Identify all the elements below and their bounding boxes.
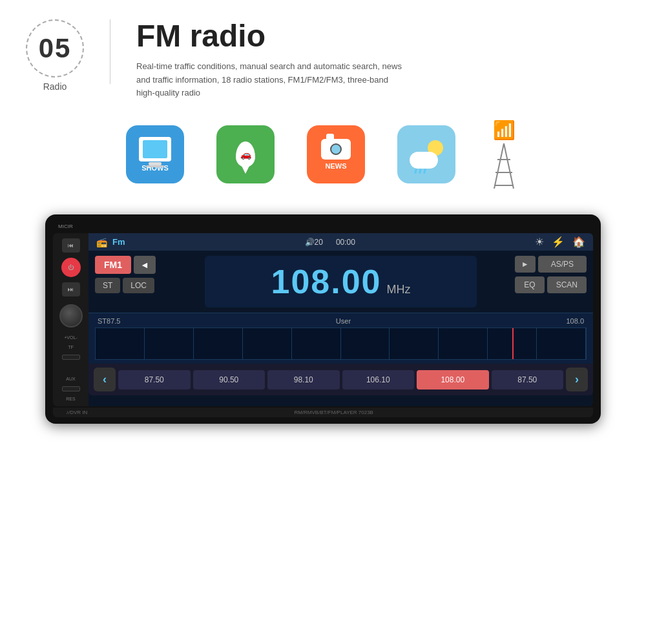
wifi-signal-icon: 📶 [493,119,516,141]
antenna-tower-icon [488,143,520,189]
band-freq-left: 87.5 [107,317,120,325]
tf-slot[interactable] [62,355,80,360]
volume-knob[interactable] [59,304,83,327]
eq-button[interactable]: EQ [515,276,544,293]
station-1[interactable]: 87.50 [118,370,191,390]
tv-base [146,165,164,167]
volume-status: 🔊20 [305,238,323,247]
radio-main-area: FM1 ◄ ST LOC 108.00 MHz [89,251,593,313]
st-button[interactable]: ST [95,278,120,293]
station-5-active[interactable]: 108.00 [417,370,489,390]
station-6[interactable]: 87.50 [492,370,564,390]
station-2[interactable]: 90.50 [193,370,266,390]
band-line-2 [145,328,194,359]
time-status: 00:00 [336,238,355,247]
bluetooth-icon: ⚡ [552,236,565,248]
power-button[interactable]: ⏻ [61,258,81,277]
prev-track-button[interactable]: ⏮ [62,238,80,253]
car-radio-device: MIC IR ⏮ ⏻ ⏭ +VOL- TF AUX RES [45,214,601,424]
top-section: 05 Radio FM radio Real-time traffic cond… [0,0,646,214]
weather-app [397,125,455,183]
dashed-circle: 05 [26,19,84,78]
news-label: NEWS [326,162,347,170]
frequency-band-section: ST 87.5 User 108.0 [89,313,593,364]
news-app: NEWS [307,125,365,183]
status-right: ☀ ⚡ 🏠 [535,236,585,248]
feature-label: Radio [43,81,67,92]
map-pin-icon: 🚗 [236,141,255,167]
band-line-8 [439,328,488,359]
band-line-6 [341,328,390,359]
cloud-icon [410,152,438,169]
next-station-button[interactable]: › [566,368,588,391]
band-line-7 [390,328,439,359]
frequency-unit: MHz [387,283,411,296]
aux-label: AUX [66,377,75,381]
band-bar[interactable] [95,327,587,360]
band-line-3 [194,328,243,359]
scan-button[interactable]: SCAN [547,276,587,293]
left-physical-panel: ⏮ ⏻ ⏭ +VOL- TF AUX RES [53,233,89,406]
antenna-wrapper: 📶 [488,119,520,189]
feature-number: 05 [39,33,72,64]
band-line-1 [96,328,145,359]
res-label: RES [66,397,75,401]
rain-drop-3 [423,168,426,174]
band-labels: ST 87.5 User 108.0 [95,317,587,325]
band-cursor [512,328,514,359]
svg-line-0 [494,143,504,189]
device-bottom-bar: ♪/DVR IN RM/RMVB/BT/FM/PLAYER 7023B [53,408,593,417]
device-body: ⏮ ⏻ ⏭ +VOL- TF AUX RES 📻 Fm [53,233,593,406]
aux-slot[interactable] [62,386,80,391]
tv-screen [143,140,167,158]
band-line-4 [243,328,292,359]
brightness-icon: ☀ [535,236,544,248]
band-line-10 [537,328,586,359]
band-left-label: ST [98,317,107,325]
tv-icon [139,137,171,161]
svg-line-1 [504,143,514,189]
status-center: 🔊20 00:00 [305,238,355,247]
dvr-label: ♪/DVR IN [66,410,87,415]
status-left: 📻 Fm [96,237,125,247]
radio-left-controls: FM1 ◄ ST LOC [95,256,198,307]
station-presets: ‹ 87.50 90.50 98.10 106.10 108.00 87.50 … [89,364,593,395]
fm1-button[interactable]: FM1 [95,256,131,274]
maps-app: 🚗 [216,125,275,183]
radio-right-controls: ► AS/PS EQ SCAN [483,256,587,307]
model-label: RM/RMVB/BT/FM/PLAYER 7023B [294,410,373,415]
right-top-row: ► AS/PS [483,256,587,273]
camera-bump [326,134,334,139]
band-right-label: User [336,317,351,325]
radio-screen: 📻 Fm 🔊20 00:00 ☀ ⚡ 🏠 [89,233,593,406]
tf-label: TF [68,345,74,349]
device-section: MIC IR ⏮ ⏻ ⏭ +VOL- TF AUX RES [0,214,646,424]
loc-button[interactable]: LOC [123,278,154,293]
fm-band-row: FM1 ◄ [95,256,198,274]
status-bar: 📻 Fm 🔊20 00:00 ☀ ⚡ 🏠 [89,233,593,251]
station-4[interactable]: 106.10 [342,370,415,390]
band-line-5 [292,328,341,359]
app-icons-row: SHOWS 🚗 NEWS [26,113,620,202]
as-ps-button[interactable]: AS/PS [538,256,587,273]
feature-title: FM radio [136,19,620,54]
mic-label: MIC [58,223,68,229]
device-header-row: MIC IR [53,222,593,231]
prev-station-button[interactable]: ‹ [94,368,116,391]
station-3[interactable]: 98.10 [267,370,340,390]
rain-drop-1 [414,168,417,174]
feature-description: Real-time traffic conditions, manual sea… [136,60,408,100]
news-icon: NEWS [307,125,365,183]
next-track-button[interactable]: ⏭ [62,282,80,296]
shows-app: SHOWS [126,125,184,183]
feature-divider [110,19,110,84]
ir-label: IR [68,223,73,229]
feature-content: FM radio Real-time traffic conditions, m… [136,19,620,100]
camera-lens [330,143,342,155]
car-icon: 🚗 [240,149,251,160]
play-button[interactable]: ► [515,256,536,273]
left-arrow-button[interactable]: ◄ [134,256,156,274]
fm-mode-label: Fm [112,237,125,247]
rain-icon [415,169,426,174]
camera-icon [321,139,351,160]
